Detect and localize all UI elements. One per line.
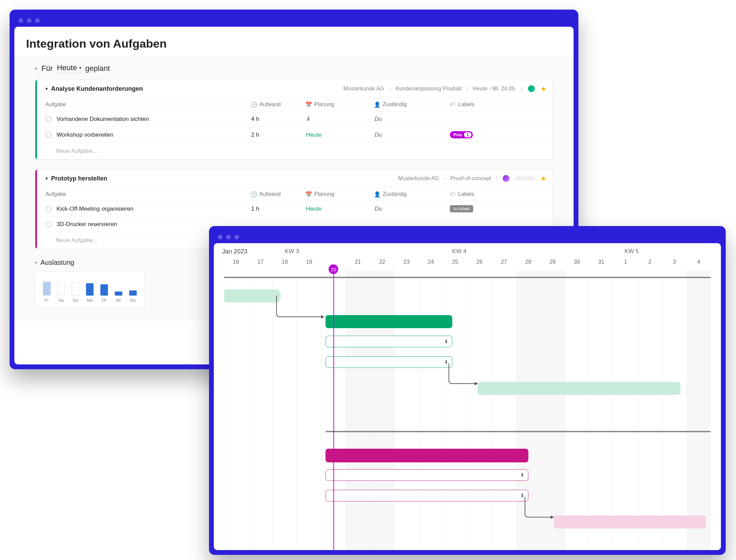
task-name: 3D-Drucker reservieren [57, 221, 117, 228]
inbox-icon: ⬇ [520, 472, 525, 478]
person-icon: 👤 [375, 191, 380, 197]
gantt-bar[interactable]: ⬇ [326, 356, 452, 368]
star-icon[interactable]: ★ [540, 174, 547, 183]
task-responsible: Du [375, 206, 450, 212]
task-checkbox[interactable] [46, 206, 52, 212]
planned-range-dropdown[interactable]: Heute▾ [57, 63, 81, 73]
inbox-icon: ⬇ [520, 493, 525, 499]
task-name: Kick-Off-Meeting organisieren [57, 206, 134, 212]
task-checkbox[interactable] [46, 116, 52, 122]
gantt-bar[interactable]: ⬇ [326, 336, 452, 347]
group-date: Heute - Mi. 24.05. [473, 86, 516, 92]
titlebar [14, 14, 574, 27]
gantt-bar[interactable]: ⬇ [326, 469, 528, 481]
window-control-minimize[interactable] [27, 18, 32, 23]
placeholder [515, 176, 536, 181]
window-control-close[interactable] [218, 235, 223, 239]
group-header[interactable]: ▾ Prototyp herstellen Musterkunde AG › P… [35, 170, 553, 188]
avatar[interactable] [502, 174, 510, 183]
avatar[interactable] [527, 85, 536, 93]
gantt-content: Jan 2023 1617181920212223242526272829303… [214, 243, 721, 550]
breadcrumb-part[interactable]: Proof-of-concept [451, 175, 491, 182]
breadcrumb-part[interactable]: Kundenanpassung Produkt [395, 86, 462, 92]
gantt-separator [224, 277, 711, 278]
column-headers: Aufgabe 🕒Aufwand 📅Planung 👤Zuständig 🏷La… [35, 188, 553, 201]
task-responsible: Du [375, 132, 450, 138]
gantt-separator [326, 431, 711, 432]
planned-prefix: Für [41, 64, 53, 73]
gantt-window: Jan 2023 1617181920212223242526272829303… [209, 226, 726, 555]
task-checkbox[interactable] [46, 221, 52, 227]
group-header[interactable]: ▾ Analyse Kundenanforderungen Musterkund… [35, 80, 553, 98]
col-task: Aufgabe [46, 101, 251, 108]
inbox-icon: ⬇ [306, 116, 311, 122]
tag-icon: 🏷 [450, 191, 455, 197]
utilization-chart: FrSaSoMoDiMiDo [35, 271, 145, 308]
window-control-zoom[interactable] [35, 18, 40, 23]
gantt-bar[interactable] [326, 449, 528, 462]
gantt-month: Jan 2023 [222, 248, 247, 255]
calendar-icon: 📅 [306, 191, 311, 197]
task-group: ▾ Analyse Kundenanforderungen Musterkund… [35, 79, 553, 160]
page-title: Integration von Aufgaben [14, 27, 574, 57]
tag-icon: 🏷 [450, 102, 455, 107]
group-accent [35, 80, 37, 159]
titlebar [214, 231, 721, 243]
gantt-bar[interactable]: ⬇ [326, 490, 528, 501]
task-checkbox[interactable] [46, 132, 52, 138]
task-row[interactable]: Kick-Off-Meeting organisieren 1 h Heute … [35, 201, 553, 217]
planned-section-header[interactable]: ▾ Für Heute▾ geplant [35, 63, 553, 73]
task-name: Vorhandene Dokumentation sichten [57, 116, 149, 123]
breadcrumb-part[interactable]: Musterkunde AG [398, 175, 439, 182]
person-icon: 👤 [375, 102, 380, 107]
chevron-down-icon: ▾ [46, 86, 48, 91]
chevron-down-icon: ▾ [35, 260, 37, 265]
task-effort: 1 h [251, 206, 306, 212]
chevron-down-icon: ▾ [46, 176, 48, 181]
group-accent [35, 170, 37, 249]
inbox-icon: ⬇ [444, 359, 449, 365]
task-name: Workshop vorbereiten [57, 132, 113, 138]
status-label[interactable]: In Arbeit [450, 205, 473, 212]
group-title-text: Analyse Kundenanforderungen [51, 85, 143, 92]
task-row[interactable]: Workshop vorbereiten 2 h Heute Du Prio1 [35, 127, 553, 143]
clock-icon: 🕒 [251, 102, 257, 107]
column-headers: Aufgabe 🕒Aufwand 📅Planung 👤Zuständig 🏷La… [35, 98, 553, 111]
window-control-minimize[interactable] [226, 235, 231, 239]
task-planning: Heute [306, 206, 375, 212]
new-task-input[interactable]: Neue Aufgabe... [35, 143, 553, 159]
window-control-close[interactable] [19, 18, 23, 23]
task-planning: Heute [306, 132, 375, 138]
inbox-icon: ⬇ [444, 338, 449, 345]
gantt-bar[interactable] [224, 289, 280, 302]
window-control-zoom[interactable] [234, 235, 239, 239]
star-icon[interactable]: ★ [540, 85, 547, 93]
task-responsible: Du [375, 116, 450, 123]
calendar-icon: 📅 [306, 102, 311, 107]
task-row[interactable]: Vorhandene Dokumentation sichten 4 h ⬇ D… [35, 111, 553, 127]
check-icon: ✓ [272, 291, 282, 301]
gantt-bar[interactable] [326, 315, 452, 328]
gantt-bar[interactable] [554, 515, 706, 528]
group-title-text: Prototyp herstellen [51, 175, 107, 182]
chevron-down-icon: ▾ [35, 66, 37, 71]
task-effort: 2 h [251, 132, 306, 138]
clock-icon: 🕒 [251, 191, 257, 197]
priority-label[interactable]: Prio1 [450, 131, 473, 138]
planned-suffix: geplant [85, 64, 110, 73]
breadcrumb-part[interactable]: Musterkunde AG [343, 86, 384, 92]
gantt-bar[interactable] [478, 382, 680, 395]
gantt-header: Jan 2023 1617181920212223242526272829303… [214, 243, 721, 267]
today-line [333, 269, 334, 550]
task-effort: 4 h [251, 116, 306, 123]
